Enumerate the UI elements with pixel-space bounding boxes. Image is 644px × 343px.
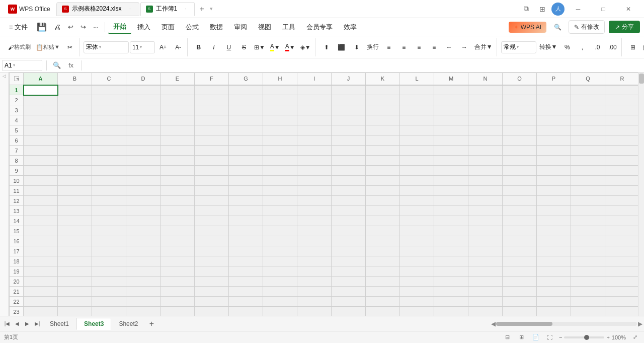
cell-L10[interactable] [400,176,434,186]
italic-btn[interactable]: I [207,40,221,54]
cell-P17[interactable] [537,246,571,256]
toolbar-more[interactable]: ··· [90,22,102,32]
file-tab-1[interactable]: S 示例表格2024.xlsx · [56,2,139,16]
table-style-btn[interactable]: ⊞ [626,40,640,54]
cell-N4[interactable] [468,115,503,125]
col-header-P[interactable]: P [537,73,571,85]
cell-R23[interactable] [605,307,638,316]
cell-Q12[interactable] [571,196,605,206]
cell-C21[interactable] [92,287,126,297]
cell-H3[interactable] [263,105,297,115]
cell-L2[interactable] [400,95,434,105]
cell-N22[interactable] [468,297,503,307]
cell-O18[interactable] [503,256,537,266]
cell-F1[interactable] [195,85,229,95]
cell-O19[interactable] [503,266,537,277]
cell-O3[interactable] [503,105,537,115]
cell-I13[interactable] [297,206,332,216]
cell-N23[interactable] [468,307,503,316]
cell-E10[interactable] [160,176,195,186]
cell-I22[interactable] [297,297,332,307]
cell-J2[interactable] [332,95,366,105]
file-tab-2[interactable]: S 工作簿1 · [140,2,195,16]
align-center-btn[interactable]: ≡ [397,40,411,54]
paste-btn[interactable]: 📋 粘贴▼ [34,40,62,54]
cell-G5[interactable] [229,125,263,135]
cell-R9[interactable] [605,166,638,176]
cell-M21[interactable] [434,287,468,297]
cell-C7[interactable] [92,146,126,156]
cell-F22[interactable] [195,297,229,307]
cell-P5[interactable] [537,125,571,135]
cell-L5[interactable] [400,125,434,135]
cell-M22[interactable] [434,297,468,307]
cell-G22[interactable] [229,297,263,307]
cell-E2[interactable] [160,95,195,105]
maximize-btn[interactable]: □ [592,0,615,18]
cell-K14[interactable] [366,216,400,226]
cell-E18[interactable] [160,256,195,266]
cell-Q15[interactable] [571,226,605,236]
cell-F15[interactable] [195,226,229,236]
strikethrough-btn[interactable]: S [237,40,251,54]
cell-P11[interactable] [537,186,571,196]
cell-R21[interactable] [605,287,638,297]
cell-K15[interactable] [366,226,400,236]
col-header-A[interactable]: A [24,73,58,85]
cell-M7[interactable] [434,146,468,156]
cell-P20[interactable] [537,277,571,287]
col-header-O[interactable]: O [503,73,537,85]
cell-P1[interactable] [537,85,571,95]
cell-G17[interactable] [229,246,263,256]
cell-D22[interactable] [126,297,160,307]
cell-M8[interactable] [434,156,468,166]
cell-K9[interactable] [366,166,400,176]
cell-L22[interactable] [400,297,434,307]
cell-G15[interactable] [229,226,263,236]
cell-N17[interactable] [468,246,503,256]
cell-C20[interactable] [92,277,126,287]
cell-L16[interactable] [400,236,434,246]
minimize-btn[interactable]: ─ [567,0,590,18]
menu-member[interactable]: 会员专享 [301,21,338,34]
cell-L12[interactable] [400,196,434,206]
cell-K3[interactable] [366,105,400,115]
row-num-4[interactable]: 4 [10,115,24,125]
cell-A17[interactable] [24,246,58,256]
cell-I18[interactable] [297,256,332,266]
cell-Q10[interactable] [571,176,605,186]
cell-N20[interactable] [468,277,503,287]
menu-tools[interactable]: 工具 [277,21,300,34]
row-num-21[interactable]: 21 [10,287,24,297]
cell-B2[interactable] [58,95,92,105]
row-num-1[interactable]: 1 [10,85,24,95]
cell-G6[interactable] [229,135,263,146]
cell-O20[interactable] [503,277,537,287]
cell-K19[interactable] [366,266,400,277]
formula-input[interactable] [86,60,642,71]
cell-B12[interactable] [58,196,92,206]
cell-M11[interactable] [434,186,468,196]
row-num-10[interactable]: 10 [10,176,24,186]
cell-L3[interactable] [400,105,434,115]
cell-A20[interactable] [24,277,58,287]
zoom-slider[interactable] [564,336,604,338]
cell-F13[interactable] [195,206,229,216]
cell-P4[interactable] [537,115,571,125]
dec-less-btn[interactable]: .00 [605,40,619,54]
col-header-K[interactable]: K [366,73,400,85]
cell-R10[interactable] [605,176,638,186]
cell-H13[interactable] [263,206,297,216]
cell-A14[interactable] [24,216,58,226]
menu-view[interactable]: 视图 [253,21,276,34]
cell-Q16[interactable] [571,236,605,246]
cell-I7[interactable] [297,146,332,156]
vertical-scrollbar[interactable] [638,73,644,316]
cell-R14[interactable] [605,216,638,226]
cell-M1[interactable] [434,85,468,95]
cell-H18[interactable] [263,256,297,266]
cell-G8[interactable] [229,156,263,166]
cell-I16[interactable] [297,236,332,246]
cell-P9[interactable] [537,166,571,176]
cell-P2[interactable] [537,95,571,105]
